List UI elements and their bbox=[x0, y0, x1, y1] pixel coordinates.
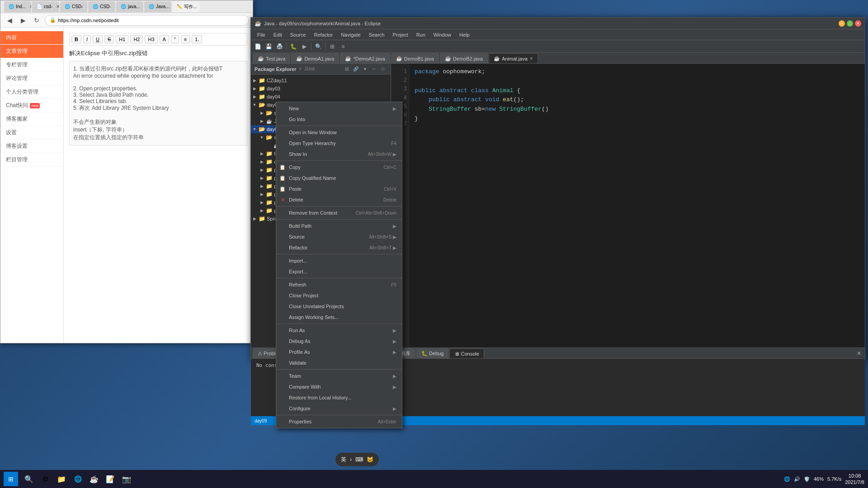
menu-navigate[interactable]: Navigate bbox=[337, 31, 364, 38]
sidebar-item-articles[interactable]: 文章管理 bbox=[0, 45, 63, 58]
maximize-button[interactable]: □ bbox=[847, 20, 853, 27]
menu-item-go-into[interactable]: Go Into bbox=[276, 114, 402, 125]
console-view-button[interactable]: ≡ bbox=[338, 42, 348, 52]
search-tool-button[interactable]: 🔍 bbox=[313, 42, 323, 52]
debug-button[interactable]: 🐛 bbox=[288, 42, 298, 52]
menu-item-delete[interactable]: ✕ Delete Delete bbox=[276, 194, 402, 205]
menu-item-restore-local[interactable]: Restore from Local History... bbox=[276, 392, 402, 403]
tree-item-day04[interactable]: ▶ 📁 day04 bbox=[251, 93, 391, 101]
taskbar-search-icon[interactable]: 🔍 bbox=[22, 472, 36, 486]
menu-file[interactable]: File bbox=[254, 31, 269, 38]
console-clear-button[interactable]: ✕ bbox=[855, 349, 863, 357]
sidebar-item-content[interactable]: 内容 bbox=[0, 31, 63, 45]
h3-button[interactable]: H3 bbox=[145, 35, 157, 43]
panel-menu-button[interactable]: ▾ bbox=[361, 65, 369, 73]
browser-tab-3[interactable]: 🌐CSD-✕ bbox=[60, 1, 87, 12]
taskbar-browser-icon[interactable]: 🌐 bbox=[71, 472, 85, 486]
taskbar-screenshot-icon[interactable]: 📷 bbox=[119, 472, 134, 486]
menu-item-assign-working-sets[interactable]: Assign Working Sets... bbox=[276, 312, 402, 323]
link-editor-button[interactable]: 🔗 bbox=[352, 65, 360, 73]
browser-tab-1[interactable]: 🌐Ind...✕ bbox=[4, 1, 31, 12]
menu-item-paste[interactable]: 📋 Paste Ctrl+V bbox=[276, 183, 402, 194]
taskbar-eclipse-icon[interactable]: ☕ bbox=[87, 472, 101, 486]
h2-button[interactable]: H2 bbox=[130, 35, 143, 43]
menu-item-close-project[interactable]: Close Project bbox=[276, 290, 402, 301]
bold-button[interactable]: B bbox=[71, 35, 81, 43]
browser-tab-7[interactable]: ✏️写作...✕ bbox=[172, 1, 199, 12]
browser-tab-2[interactable]: 📄csd-✕ bbox=[32, 1, 59, 12]
menu-item-open-type-hierarchy[interactable]: Open Type Hierarchy F4 bbox=[276, 138, 402, 149]
sidebar-item-migrate[interactable]: 博客搬家 bbox=[0, 113, 63, 126]
menu-help[interactable]: Help bbox=[456, 31, 473, 38]
tab-test-java[interactable]: ☕ Test.java bbox=[253, 53, 290, 63]
tab-demoa2-java[interactable]: ☕ *DemoA2.java bbox=[340, 53, 390, 63]
browser-tab-5[interactable]: 🌐java...✕ bbox=[116, 1, 143, 12]
tab-animal-close[interactable]: ✕ bbox=[529, 56, 533, 61]
tree-item-day03[interactable]: ▶ 📁 day03 bbox=[251, 84, 391, 93]
h1-button[interactable]: H1 bbox=[116, 35, 128, 43]
menu-refactor[interactable]: Refactor bbox=[311, 31, 337, 38]
minimize-button[interactable]: ─ bbox=[839, 20, 845, 27]
close-button[interactable]: ✕ bbox=[855, 20, 861, 27]
menu-source[interactable]: Source bbox=[287, 31, 310, 38]
tab-debug[interactable]: 🐛 Debug bbox=[416, 348, 448, 358]
menu-project[interactable]: Project bbox=[389, 31, 411, 38]
start-button[interactable]: ⊞ bbox=[4, 472, 18, 486]
menu-item-profile-as[interactable]: Profile As ▶ bbox=[276, 347, 402, 357]
browser-tab-4[interactable]: 🌐CSD-✕ bbox=[88, 1, 115, 12]
menu-item-compare-with[interactable]: Compare With ▶ bbox=[276, 381, 402, 392]
new-file-button[interactable]: 📄 bbox=[253, 42, 263, 52]
menu-item-close-unrelated[interactable]: Close Unrelated Projects bbox=[276, 301, 402, 312]
url-bar[interactable]: 🔒 https://mp.csdn.net/postedit bbox=[45, 15, 249, 26]
collapse-all-button[interactable]: ⊟ bbox=[343, 65, 351, 73]
menu-item-debug-as[interactable]: Debug As ▶ bbox=[276, 336, 402, 347]
menu-item-open-new-window[interactable]: Open in New Window bbox=[276, 127, 402, 138]
forward-button[interactable]: ▶ bbox=[18, 15, 28, 26]
sidebar-item-columns[interactable]: 专栏管理 bbox=[0, 58, 63, 72]
menu-item-build-path[interactable]: Build Path ▶ bbox=[276, 221, 402, 231]
sidebar-item-chat[interactable]: Chat快问 new bbox=[0, 99, 63, 113]
sidebar-item-comments[interactable]: 评论管理 bbox=[0, 72, 63, 85]
tab-demob1-java[interactable]: ☕ DemoB1.java bbox=[391, 53, 439, 63]
taskbar-file-explorer-icon[interactable]: 📁 bbox=[54, 472, 69, 486]
save-button[interactable]: 💾 bbox=[264, 42, 274, 52]
menu-item-refresh[interactable]: Refresh F5 bbox=[276, 279, 402, 290]
tab-demoa1-java[interactable]: ☕ DemoA1.java bbox=[291, 53, 339, 63]
back-button[interactable]: ◀ bbox=[4, 15, 15, 26]
menu-item-properties[interactable]: Properties Alt+Enter bbox=[276, 416, 402, 427]
maximize-panel-button[interactable]: □ bbox=[379, 65, 387, 73]
junit-tab-label[interactable]: JUnit bbox=[304, 66, 315, 71]
code-content[interactable]: package oophomework; public abstract cla… bbox=[409, 64, 865, 347]
menu-item-validate[interactable]: Validate bbox=[276, 357, 402, 368]
minimize-panel-button[interactable]: ─ bbox=[370, 65, 378, 73]
run-button[interactable]: ▶ bbox=[299, 42, 309, 52]
browser-tab-6[interactable]: 🌐Java...✕ bbox=[144, 1, 171, 12]
menu-edit[interactable]: Edit bbox=[270, 31, 286, 38]
menu-run[interactable]: Run bbox=[413, 31, 429, 38]
print-button[interactable]: 🖨️ bbox=[274, 42, 284, 52]
tab-console[interactable]: 🖥 Console bbox=[449, 348, 484, 358]
strikethrough-button[interactable]: S bbox=[104, 35, 114, 43]
sidebar-item-menu-mgmt[interactable]: 栏目管理 bbox=[0, 153, 63, 167]
sidebar-item-blog-settings[interactable]: 博客设置 bbox=[0, 140, 63, 153]
menu-item-new[interactable]: New ▶ bbox=[276, 103, 402, 114]
menu-search[interactable]: Search bbox=[365, 31, 388, 38]
menu-item-run-as[interactable]: Run As ▶ bbox=[276, 325, 402, 336]
menu-item-copy-qualified[interactable]: 📋 Copy Qualified Name bbox=[276, 173, 402, 183]
taskbar-vscode-icon[interactable]: 📝 bbox=[103, 472, 118, 486]
tab-animal-java[interactable]: ☕ Animal.java ✕ bbox=[489, 53, 538, 63]
language-indicator[interactable]: 英 › ⌨ 🐱 bbox=[335, 453, 379, 466]
ol-button[interactable]: 1. bbox=[192, 35, 202, 43]
perspective-button[interactable]: ⊞ bbox=[327, 42, 337, 52]
menu-item-remove-context[interactable]: Remove from Context Ctrl+Alt+Shift+Down bbox=[276, 207, 402, 218]
menu-item-source[interactable]: Source Alt+Shift+S ▶ bbox=[276, 231, 402, 242]
editor-area[interactable]: 1. 当通过引用src.zip想看JDK标准类的源代码时，此时会报错T An e… bbox=[69, 61, 247, 145]
sidebar-item-settings[interactable]: 设置 bbox=[0, 126, 63, 140]
italic-button[interactable]: I bbox=[83, 35, 91, 43]
quote-button[interactable]: " bbox=[171, 35, 179, 43]
underline-button[interactable]: U bbox=[93, 35, 103, 43]
tab-demob2-java[interactable]: ☕ DemoB2.java bbox=[440, 53, 488, 63]
taskbar-task-view-icon[interactable]: ⧉ bbox=[38, 472, 52, 486]
menu-item-import[interactable]: Import... bbox=[276, 255, 402, 266]
refresh-button[interactable]: ↻ bbox=[31, 15, 42, 26]
